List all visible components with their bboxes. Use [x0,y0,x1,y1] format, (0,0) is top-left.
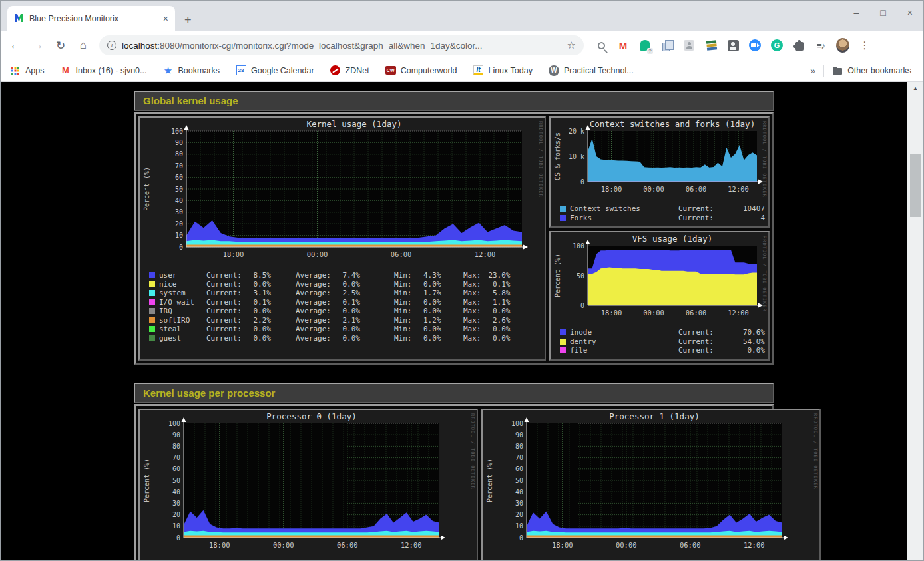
forward-button[interactable]: → [29,36,47,55]
legend-stat-value: 2.6% [484,316,511,325]
legend-stat-value: 2.2% [244,316,271,325]
legend-swatch [560,206,566,212]
vertical-scrollbar[interactable]: ▲ [907,82,923,560]
svg-text:Percent (%): Percent (%) [486,458,493,502]
profile-avatar[interactable] [836,39,849,52]
gmail-extension-icon[interactable]: M [616,39,630,52]
home-button[interactable]: ⌂ [74,36,93,55]
bookmark-inbox[interactable]: MInbox (16) - sjvn0... [61,65,147,76]
bookmark-linux-today[interactable]: ltLinux Today [473,65,533,76]
bookmark-star-icon[interactable]: ☆ [567,39,576,51]
svg-text:12:00: 12:00 [401,541,422,549]
bookmark-apps[interactable]: Apps [10,65,45,76]
rrdtool-watermark: RRDTOOL / TOBI OETIKER [813,413,818,490]
svg-text:00:00: 00:00 [643,309,664,317]
svg-text:20: 20 [172,511,180,518]
extensions-puzzle-icon[interactable] [792,39,806,52]
address-bar[interactable]: i localhost:8080/monitorix-cgi/monitorix… [99,35,584,55]
reload-button[interactable]: ↻ [51,36,70,55]
legend-series-name: user [159,271,177,280]
legend-stat-value: 54.0% [726,337,765,347]
svg-text:00:00: 00:00 [307,250,328,258]
other-bookmarks[interactable]: Other bookmarks [832,65,911,76]
gmail-m-icon: M [619,40,628,51]
svg-text:0: 0 [519,534,523,541]
graph-panel-processor-0: 010203040506070809010018:0000:0006:0012:… [138,409,478,561]
contact-card-icon[interactable] [726,39,740,52]
magnifier-icon [598,42,605,49]
bookmark-practical-technology[interactable]: WPractical Technol... [549,65,634,76]
bookmark-google-calendar[interactable]: 28Google Calendar [236,65,314,76]
video-camera-icon [749,39,761,51]
back-button[interactable]: ← [6,36,25,55]
svg-text:18:00: 18:00 [209,541,230,549]
window-controls: – □ × [854,7,913,18]
bookmark-label: Computerworld [401,66,457,75]
browser-window: M Blue Precision Monitorix × + – □ × ← →… [0,0,924,561]
url-text[interactable]: localhost:8080/monitorix-cgi/monitorix.c… [122,41,562,51]
svg-text:30: 30 [175,208,183,216]
legend-stat-value: 1.2% [415,316,441,325]
music-queue-icon[interactable]: ≡♪ [814,39,827,52]
legend-swatch [149,299,155,305]
bookmarks-overflow-chevron[interactable]: » [810,65,815,76]
browser-tab[interactable]: M Blue Precision Monitorix × [7,6,175,31]
url-path: :8080/monitorix-cgi/monitorix.cgi?mode=l… [157,41,482,51]
chat-bubble-icon [640,40,650,51]
bookmark-label: Apps [25,66,45,75]
page-info-icon[interactable]: i [107,41,116,50]
card-person-icon [728,40,739,51]
graph-panel-kernel-usage: 010203040506070809010018:0000:0006:0012:… [138,116,546,361]
linux-today-icon: lt [473,65,483,76]
scrollbar-up-arrow[interactable]: ▲ [907,82,923,94]
scrollbar-thumb[interactable] [910,154,921,217]
legend-stat-value: 0.1% [484,280,511,289]
legend-stat-value: 10407 [726,204,765,214]
books-stack-icon[interactable] [704,39,718,52]
legend-kernel-usage: userCurrent:8.5%Average:7.4%Min:4.3%Max:… [141,270,543,344]
bookmark-bookmarks[interactable]: ★Bookmarks [163,65,220,76]
chat-bubble-help-icon[interactable] [638,39,652,52]
section-kernel-usage-per-processor: Kernel usage per processor 0102030405060… [134,383,774,561]
bookmark-computerworld[interactable]: CWComputerworld [385,65,457,76]
bookmarks-divider [823,65,824,77]
svg-text:30: 30 [172,499,180,506]
svg-text:40: 40 [172,488,180,495]
new-tab-button[interactable]: + [184,14,192,26]
minimize-button[interactable]: – [854,7,859,18]
legend-row: stealCurrent:0.0%Average:0.0%Min:0.0%Max… [149,325,543,334]
legend-series-name: IRQ [159,307,172,316]
svg-text:18:00: 18:00 [601,309,622,317]
svg-text:06:00: 06:00 [391,250,412,258]
search-extension-icon[interactable] [594,39,608,52]
svg-text:70: 70 [172,454,180,461]
legend-series-name: guest [159,334,181,343]
svg-text:06:00: 06:00 [686,309,707,317]
legend-swatch [149,317,155,323]
bookmark-zdnet[interactable]: ZDNet [330,65,369,76]
svg-text:00:00: 00:00 [643,185,664,193]
legend-stat-value: 3.1% [244,289,271,298]
svg-text:100: 100 [511,419,523,427]
zoom-meeting-icon[interactable] [748,39,762,52]
browser-menu-button[interactable]: ⋮ [858,39,871,52]
other-bookmarks-label: Other bookmarks [847,66,911,75]
svg-text:18:00: 18:00 [223,250,244,258]
svg-text:Processor 1 (1day): Processor 1 (1day) [609,411,699,421]
legend-stat-value: 2.1% [334,316,360,325]
legend-row: dentryCurrent:54.0% [560,337,767,347]
svg-text:10: 10 [515,522,523,530]
tab-close-icon[interactable]: × [163,13,168,24]
maximize-button[interactable]: □ [880,7,885,18]
bookmark-label: Inbox (16) - sjvn0... [76,66,147,75]
svg-text:Kernel usage (1day): Kernel usage (1day) [307,119,402,129]
close-button[interactable]: × [907,7,913,18]
apps-grid-icon [10,65,21,76]
svg-text:Context switches and forks (1: Context switches and forks (1day) [590,119,755,129]
person-extension-icon[interactable] [682,39,696,52]
copy-pages-icon[interactable] [660,39,674,52]
legend-row: Context switchesCurrent:10407 [560,204,767,214]
grammarly-icon[interactable]: G [770,39,784,52]
svg-text:30: 30 [515,499,523,506]
svg-text:Processor 0 (1day): Processor 0 (1day) [266,411,356,421]
